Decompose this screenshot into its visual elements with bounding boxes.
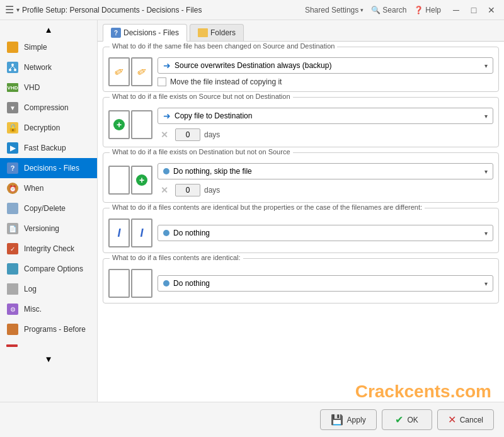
content-area: ▲ Simple Network VHD VHD ▼ Compression 🔒… (0, 20, 504, 402)
sidebar-item-decisions[interactable]: ? Decisions - Files (0, 158, 97, 178)
section2-title: What to do if a file exists on Source bu… (110, 93, 293, 100)
title-bar-left: ☰ ▾ Profile Setup: Personal Documents - … (5, 4, 301, 16)
cancel-label: Cancel (460, 416, 483, 424)
maximize-button[interactable]: □ (466, 3, 481, 18)
section3-right: Do nothing, skip the file ▾ ✕ days (158, 163, 493, 197)
section3-content: + Do nothing, skip the file ▾ ✕ (108, 163, 493, 197)
sidebar-icon-simple (6, 41, 19, 54)
title-bar: ☰ ▾ Profile Setup: Personal Documents - … (0, 0, 504, 20)
section4-dropdown[interactable]: Do nothing ▾ (158, 225, 493, 241)
cancel-button[interactable]: ✕ Cancel (437, 409, 494, 430)
sidebar-item-log[interactable]: Log (0, 279, 97, 299)
ok-button[interactable]: ✔ OK (382, 409, 432, 430)
section1-checkbox[interactable] (158, 77, 166, 86)
section-identical-contents: What to do if a files contents are ident… (103, 258, 499, 304)
search-icon: 🔍 (371, 6, 381, 14)
section2-days-input[interactable] (175, 128, 200, 141)
hamburger-icon[interactable]: ☰ (5, 4, 14, 16)
section4-right: Do nothing ▾ (158, 225, 493, 241)
sidebar-expand-button[interactable]: ▼ (0, 352, 97, 366)
section5-dropdown-value: Do nothing (173, 279, 210, 288)
section1-content: ✏ ✏ ➜ Source overwrites Destination alwa… (108, 57, 493, 86)
section1-dropdown-row: ➜ Source overwrites Destination always (… (158, 57, 493, 74)
sidebar-item-simple[interactable]: Simple (0, 37, 97, 57)
sidebar-label-vhd: VHD (24, 83, 40, 92)
section2-days-row: ✕ days (158, 128, 493, 142)
section1-dropdown-chevron-icon: ▾ (484, 62, 488, 69)
close-button[interactable]: ✕ (484, 3, 499, 18)
tab-folders[interactable]: Folders (190, 24, 244, 41)
tab-decisions-icon: ? (111, 28, 121, 38)
sidebar-item-when[interactable]: ⏰ When (0, 178, 97, 198)
section3-dropdown-row: Do nothing, skip the file ▾ (158, 163, 493, 179)
section5-content: Do nothing ▾ (108, 269, 493, 298)
red-dash-icon (6, 344, 18, 347)
section-dest-not-source: What to do if a file exists on Destinati… (103, 152, 499, 203)
section1-panel-right: ✏ (131, 57, 152, 86)
sidebar-label-compare: Compare Options (24, 264, 83, 273)
sidebar-item-fastbackup[interactable]: ▶ Fast Backup (0, 138, 97, 158)
sidebar-item-misc[interactable]: ⚙ Misc. (0, 299, 97, 319)
sections-area: What to do if the same file has been cha… (98, 42, 504, 402)
section3-days-input[interactable] (175, 184, 200, 196)
sidebar-label-misc: Misc. (24, 305, 42, 314)
section4-dropdown-value: Do nothing (173, 229, 210, 237)
section1-dropdown-value: Source overwrites Destination always (ba… (175, 61, 331, 70)
title-bar-right: Shared Settings ▾ 🔍 Search ❓ Help ─ □ ✕ (305, 3, 499, 18)
sidebar-item-network[interactable]: Network (0, 57, 97, 77)
section3-title: What to do if a file exists on Destinati… (110, 148, 293, 156)
section4-panel-left: I (108, 219, 130, 247)
section3-dropdown-value: Do nothing, skip the file (173, 167, 252, 176)
sidebar-icon-programs (6, 323, 19, 336)
section2-dropdown-arrow-left-icon: ➜ (163, 111, 171, 121)
sidebar-icon-copydelete (6, 202, 19, 215)
tabs-bar: ? Decisions - Files Folders (98, 20, 504, 42)
section5-right: Do nothing ▾ (158, 275, 493, 292)
sidebar-item-vhd[interactable]: VHD VHD (0, 77, 97, 98)
section3-disabled-cross-icon: ✕ (158, 183, 171, 197)
sidebar-label-log: Log (24, 285, 37, 293)
tab-decisions-label: Decisions - Files (123, 28, 179, 37)
section3-panel-left (108, 166, 130, 195)
section4-file-icons: I I (108, 219, 152, 247)
section3-dropdown-chevron-icon: ▾ (484, 168, 488, 175)
sidebar-icon-decisions: ? (6, 162, 19, 174)
section4-title: What to do if a files contents are ident… (110, 203, 425, 211)
svg-point-2 (14, 69, 16, 71)
sidebar-icon-compare (6, 263, 19, 275)
search-button[interactable]: 🔍 Search (371, 6, 406, 14)
sidebar-label-fastbackup: Fast Backup (24, 144, 66, 152)
sidebar-item-compression[interactable]: ▼ Compression (0, 98, 97, 118)
shared-settings-label: Shared Settings (305, 6, 358, 14)
sidebar-item-versioning[interactable]: 📄 Versioning (0, 219, 97, 239)
apply-label: Apply (347, 416, 366, 424)
shared-settings-button[interactable]: Shared Settings ▾ (305, 6, 364, 14)
section5-dropdown-chevron-icon: ▾ (484, 280, 488, 287)
section2-dropdown-row: ➜ Copy file to Destination ▾ (158, 108, 493, 124)
help-icon: ❓ (414, 6, 423, 14)
section3-dropdown-dot-icon (163, 168, 169, 174)
section2-content: + ➜ Copy file to Destination ▾ (108, 108, 493, 142)
sidebar-label-programs: Programs - Before (24, 325, 86, 334)
help-button[interactable]: ❓ Help (414, 6, 441, 14)
section5-dropdown-dot-icon (163, 280, 169, 287)
minimize-button[interactable]: ─ (449, 3, 464, 18)
section-identical-different-props: What to do if a files contents are ident… (103, 208, 499, 253)
section3-dropdown[interactable]: Do nothing, skip the file ▾ (158, 163, 493, 179)
section5-dropdown-row: Do nothing ▾ (158, 275, 493, 292)
section3-panel-right: + (131, 166, 152, 195)
sidebar-item-integrity[interactable]: ✓ Integrity Check (0, 239, 97, 259)
section2-dropdown[interactable]: ➜ Copy file to Destination ▾ (158, 108, 493, 124)
apply-button[interactable]: 💾 Apply (320, 409, 377, 430)
section5-dropdown[interactable]: Do nothing ▾ (158, 275, 493, 292)
tab-decisions-files[interactable]: ? Decisions - Files (103, 24, 187, 42)
sidebar-item-decryption[interactable]: 🔒 Decryption (0, 118, 97, 138)
sidebar-item-copydelete[interactable]: Copy/Delete (0, 198, 97, 219)
sidebar-label-compression: Compression (24, 103, 69, 112)
section4-letter-i-left-icon: I (117, 227, 120, 240)
section1-dropdown[interactable]: ➜ Source overwrites Destination always (… (158, 57, 493, 74)
sidebar-item-programs[interactable]: Programs - Before (0, 319, 97, 339)
sidebar-collapse-button[interactable]: ▲ (0, 23, 97, 37)
sidebar-icon-misc: ⚙ (6, 303, 19, 315)
sidebar-item-compare[interactable]: Compare Options (0, 259, 97, 279)
